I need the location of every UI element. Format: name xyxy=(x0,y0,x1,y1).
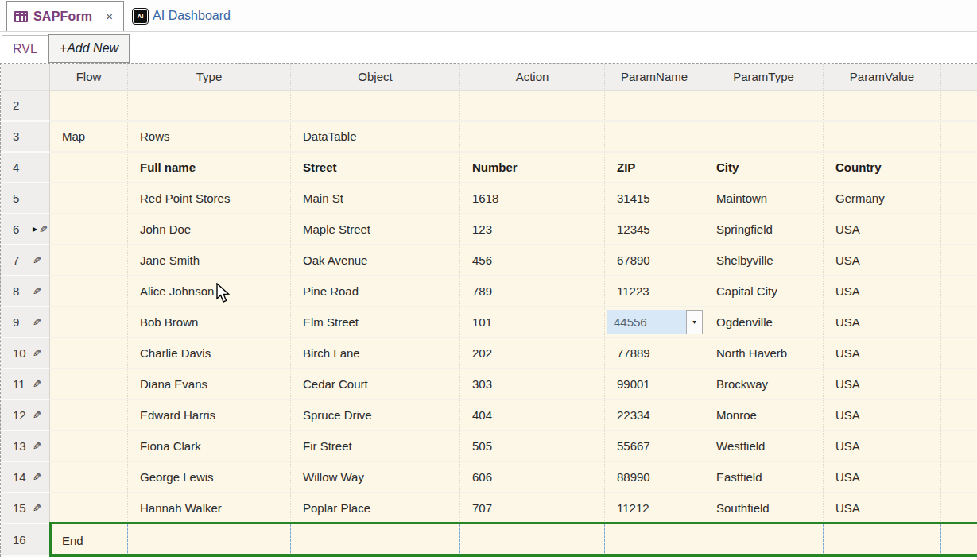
cell-7-action[interactable]: 456 xyxy=(460,245,605,276)
cell-6-flow[interactable] xyxy=(50,214,128,245)
cell-4-action[interactable]: Number xyxy=(460,153,605,183)
cell-8-paramtype[interactable]: Capital City xyxy=(704,276,824,307)
cell-3-paramname[interactable] xyxy=(605,122,704,153)
column-header-extra[interactable] xyxy=(941,64,977,91)
row-header-11[interactable]: 11✎ xyxy=(1,369,50,400)
cell-8-flow[interactable] xyxy=(50,276,128,307)
cell-6-paramname[interactable]: 12345 xyxy=(605,214,704,245)
cell-5-extra[interactable] xyxy=(941,183,977,214)
cell-8-object[interactable]: Pine Road xyxy=(291,276,460,307)
cell-10-paramtype[interactable]: North Haverb xyxy=(704,338,824,369)
cell-7-paramtype[interactable]: Shelbyville xyxy=(704,245,824,276)
cell-2-paramtype[interactable] xyxy=(704,91,824,122)
cell-16-paramname[interactable] xyxy=(605,524,704,557)
select-all-corner[interactable] xyxy=(1,64,50,91)
cell-6-paramtype[interactable]: Springfield xyxy=(704,214,824,245)
column-header-type[interactable]: Type xyxy=(128,64,291,91)
zip-combobox[interactable]: 44556▼ xyxy=(607,310,703,334)
cell-4-extra[interactable] xyxy=(941,153,977,183)
cell-9-object[interactable]: Elm Street xyxy=(291,307,460,338)
cell-14-action[interactable]: 606 xyxy=(460,462,605,493)
cell-14-paramtype[interactable]: Eastfield xyxy=(704,462,824,493)
tab-ai-dashboard[interactable]: AI AI Dashboard xyxy=(124,1,240,31)
cell-4-object[interactable]: Street xyxy=(291,153,460,183)
cell-13-paramname[interactable]: 55667 xyxy=(605,431,704,462)
row-header-5[interactable]: 5 xyxy=(1,183,50,214)
row-header-4[interactable]: 4 xyxy=(1,153,50,183)
cell-6-extra[interactable] xyxy=(941,214,977,245)
cell-2-paramvalue[interactable] xyxy=(824,91,941,122)
row-header-14[interactable]: 14✎ xyxy=(1,462,50,493)
cell-10-extra[interactable] xyxy=(941,338,977,369)
cell-12-extra[interactable] xyxy=(941,400,977,431)
cell-15-object[interactable]: Poplar Place xyxy=(291,493,460,524)
cell-14-type[interactable]: George Lewis xyxy=(128,462,291,493)
cell-9-action[interactable]: 101 xyxy=(460,307,605,338)
cell-4-flow[interactable] xyxy=(50,153,128,183)
cell-7-paramvalue[interactable]: USA xyxy=(824,245,941,276)
cell-8-paramname[interactable]: 11223 xyxy=(605,276,704,307)
row-header-16[interactable]: 16 xyxy=(1,524,50,557)
cell-13-object[interactable]: Fir Street xyxy=(291,431,460,462)
row-header-7[interactable]: 7✎ xyxy=(1,245,50,276)
cell-12-type[interactable]: Edward Harris xyxy=(128,400,291,431)
cell-3-paramvalue[interactable] xyxy=(824,122,941,153)
cell-3-extra[interactable] xyxy=(941,122,977,153)
cell-9-paramname[interactable]: 44556▼ xyxy=(605,307,704,338)
cell-11-object[interactable]: Cedar Court xyxy=(291,369,460,400)
cell-10-paramname[interactable]: 77889 xyxy=(605,338,704,369)
cell-11-paramname[interactable]: 99001 xyxy=(605,369,704,400)
cell-11-action[interactable]: 303 xyxy=(460,369,605,400)
cell-15-flow[interactable] xyxy=(50,493,128,524)
column-header-paramtype[interactable]: ParamType xyxy=(704,64,824,91)
cell-7-type[interactable]: Jane Smith xyxy=(128,245,291,276)
cell-16-extra[interactable] xyxy=(941,524,977,557)
cell-10-action[interactable]: 202 xyxy=(460,338,605,369)
cell-11-extra[interactable] xyxy=(941,369,977,400)
cell-9-type[interactable]: Bob Brown xyxy=(128,307,291,338)
cell-16-flow[interactable]: End xyxy=(50,524,128,557)
cell-5-paramvalue[interactable]: Germany xyxy=(824,183,941,214)
close-icon[interactable]: × xyxy=(103,10,115,23)
row-header-8[interactable]: 8✎ xyxy=(1,276,50,307)
add-new-sheet-tab[interactable]: +Add New xyxy=(48,34,130,63)
cell-3-type[interactable]: Rows xyxy=(128,122,291,153)
cell-11-paramvalue[interactable]: USA xyxy=(824,369,941,400)
cell-4-paramtype[interactable]: City xyxy=(704,153,824,183)
cell-3-flow[interactable]: Map xyxy=(50,122,128,153)
cell-13-type[interactable]: Fiona Clark xyxy=(128,431,291,462)
cell-16-paramvalue[interactable] xyxy=(824,524,941,557)
row-header-10[interactable]: 10✎ xyxy=(1,338,50,369)
cell-6-paramvalue[interactable]: USA xyxy=(824,214,941,245)
cell-6-type[interactable]: John Doe xyxy=(128,214,291,245)
cell-15-type[interactable]: Hannah Walker xyxy=(128,493,291,524)
cell-14-object[interactable]: Willow Way xyxy=(291,462,460,493)
cell-8-action[interactable]: 789 xyxy=(460,276,605,307)
cell-6-action[interactable]: 123 xyxy=(460,214,605,245)
cell-3-object[interactable]: DataTable xyxy=(291,122,460,153)
cell-3-action[interactable] xyxy=(460,122,605,153)
column-header-action[interactable]: Action xyxy=(460,64,605,91)
row-header-6[interactable]: 6▶✎ xyxy=(1,214,50,245)
column-header-paramvalue[interactable]: ParamValue xyxy=(824,64,941,91)
cell-2-action[interactable] xyxy=(460,91,605,122)
cell-7-object[interactable]: Oak Avenue xyxy=(291,245,460,276)
row-header-2[interactable]: 2 xyxy=(1,91,50,122)
cell-12-flow[interactable] xyxy=(50,400,128,431)
cell-11-flow[interactable] xyxy=(50,369,128,400)
cell-16-type[interactable] xyxy=(128,524,291,557)
cell-4-paramname[interactable]: ZIP xyxy=(605,153,704,183)
cell-10-flow[interactable] xyxy=(50,338,128,369)
cell-9-paramtype[interactable]: Ogdenville xyxy=(704,307,824,338)
cell-6-object[interactable]: Maple Street xyxy=(291,214,460,245)
cell-14-paramvalue[interactable]: USA xyxy=(824,462,941,493)
cell-4-type[interactable]: Full name xyxy=(128,153,291,183)
cell-10-object[interactable]: Birch Lane xyxy=(291,338,460,369)
cell-11-paramtype[interactable]: Brockway xyxy=(704,369,824,400)
cell-2-paramname[interactable] xyxy=(605,91,704,122)
cell-5-object[interactable]: Main St xyxy=(291,183,460,214)
cell-2-object[interactable] xyxy=(291,91,460,122)
tab-sapform[interactable]: SAPForm × xyxy=(6,1,124,31)
cell-13-flow[interactable] xyxy=(50,431,128,462)
cell-7-extra[interactable] xyxy=(941,245,977,276)
